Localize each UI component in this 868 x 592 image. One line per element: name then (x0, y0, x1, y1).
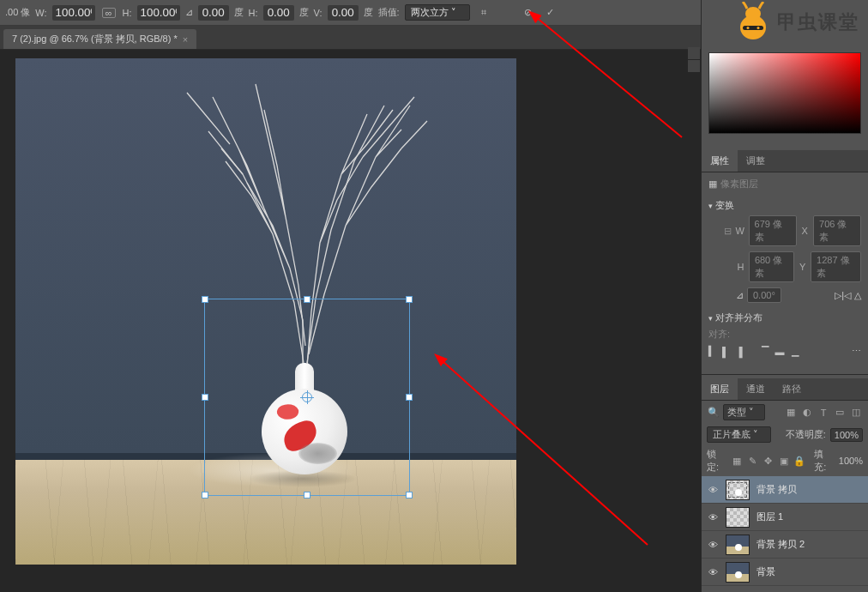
align-top-icon[interactable]: ▔ (762, 346, 769, 357)
transform-section-header[interactable]: 变换 (708, 196, 861, 215)
lock-all-icon[interactable]: 🔒 (793, 456, 805, 467)
align-vcenter-icon[interactable]: ▬ (775, 347, 785, 357)
interp-label: 插值: (378, 6, 400, 19)
dry-branches (144, 63, 453, 372)
align-section-header[interactable]: 对齐并分布 (708, 308, 861, 328)
width-input[interactable] (52, 5, 95, 21)
lock-position-icon[interactable]: ✥ (763, 456, 774, 467)
angle-input[interactable] (198, 5, 229, 21)
align-right-icon[interactable]: ▐ (736, 347, 743, 357)
lock-pixels-icon[interactable]: ✎ (747, 456, 758, 467)
right-panel-column: 属性 调整 ▦ 像素图层 变换 ⊟ W 679 像素 X 706 像素 H 68… (701, 0, 868, 592)
layer-item[interactable]: 👁图层 1 (702, 504, 868, 531)
cancel-transform-button[interactable]: ⊘ (520, 4, 537, 21)
fill-label: 填充: (814, 448, 835, 474)
layer-thumbnail (726, 562, 750, 583)
pixel-layer-label: 像素图层 (720, 178, 758, 190)
warp-mode-icon[interactable]: ⌗ (475, 4, 492, 21)
document-title: 7 (2).jpg @ 66.7% (背景 拷贝, RGB/8) * (12, 33, 178, 45)
vskew-input[interactable] (328, 5, 359, 21)
layer-filter-dropdown[interactable]: 类型 ˅ (723, 404, 765, 420)
prop-x-value[interactable]: 706 像素 (813, 215, 861, 246)
channels-tab[interactable]: 通道 (738, 378, 774, 400)
layer-name-label: 图层 1 (756, 510, 783, 523)
flip-vertical-icon[interactable]: △ (854, 290, 861, 301)
blend-mode-dropdown[interactable]: 正片叠底 ˅ (707, 426, 771, 443)
flip-horizontal-icon[interactable]: ▷|◁ (835, 290, 851, 301)
commit-transform-button[interactable]: ✓ (542, 4, 559, 21)
document-tab[interactable]: 7 (2).jpg @ 66.7% (背景 拷贝, RGB/8) * × (3, 29, 196, 49)
layers-panel: 图层 通道 路径 🔍 类型 ˅ ▦ ◐ T ▭ ◫ 正片叠底 ˅ 不透明度: 1… (702, 378, 868, 592)
lock-artboard-icon[interactable]: ▣ (778, 456, 789, 467)
filter-adjust-icon[interactable]: ◐ (800, 406, 814, 420)
align-label: 对齐: (708, 328, 730, 341)
paths-tab[interactable]: 路径 (774, 378, 810, 400)
layer-item[interactable]: 👁背景 (702, 559, 868, 586)
layer-item[interactable]: 👁背景 拷贝 2 (702, 531, 868, 559)
collapsed-panel-strip[interactable] (688, 47, 700, 72)
prop-h-label: H (736, 262, 745, 272)
prop-x-label: X (800, 226, 811, 236)
prop-w-value[interactable]: 679 像素 (749, 215, 797, 246)
layer-visibility-icon[interactable]: 👁 (707, 512, 719, 523)
layer-item[interactable]: 👁背景 拷贝 (702, 476, 868, 504)
properties-panel-tabs: 属性 调整 (702, 150, 868, 172)
properties-panel: ▦ 像素图层 变换 ⊟ W 679 像素 X 706 像素 H 680 像素 Y… (702, 172, 868, 371)
color-picker-panel[interactable] (702, 47, 868, 150)
width-label: W: (35, 8, 46, 18)
canvas-workspace (0, 50, 701, 592)
filter-type-icon[interactable]: T (817, 406, 830, 420)
layer-thumbnail (726, 507, 750, 528)
layer-thumbnail (726, 535, 750, 555)
hskew-input[interactable] (263, 5, 294, 21)
layer-visibility-icon[interactable]: 👁 (707, 567, 719, 577)
filter-shape-icon[interactable]: ▭ (833, 406, 847, 420)
opacity-value[interactable]: 100% (830, 428, 863, 442)
height-input[interactable] (137, 5, 180, 21)
align-left-icon[interactable]: ▍ (708, 346, 715, 357)
align-hcenter-icon[interactable]: ▌ (722, 347, 729, 357)
opacity-label: 不透明度: (786, 428, 826, 441)
prop-w-label: W (735, 226, 745, 236)
close-tab-icon[interactable]: × (183, 34, 188, 45)
prop-y-value[interactable]: 1287 像素 (811, 251, 861, 282)
align-bottom-icon[interactable]: ▁ (792, 346, 799, 357)
fill-value[interactable]: 100% (839, 456, 863, 466)
more-align-icon[interactable]: ⋯ (852, 346, 861, 357)
layer-name-label: 背景 (756, 565, 775, 578)
properties-tab[interactable]: 属性 (702, 150, 738, 172)
vase (259, 363, 349, 474)
filter-smart-icon[interactable]: ◫ (849, 406, 863, 420)
adjustments-tab[interactable]: 调整 (738, 150, 774, 172)
height-label: H: (123, 8, 132, 18)
prop-y-label: Y (798, 262, 807, 272)
layer-visibility-icon[interactable]: 👁 (707, 540, 719, 550)
angle-unit: 度 (234, 6, 244, 19)
vskew-unit: 度 (364, 6, 373, 19)
layer-visibility-icon[interactable]: 👁 (707, 485, 719, 495)
interpolation-dropdown[interactable]: 两次立方 ˅ (405, 4, 470, 21)
hskew-label: H: (249, 8, 258, 18)
link-wh-icon[interactable]: ∞ (100, 4, 118, 21)
link-dimensions-icon[interactable]: ⊟ (724, 226, 732, 237)
color-field[interactable] (708, 52, 861, 134)
prop-angle-value[interactable]: 0.00° (747, 287, 781, 303)
layer-thumbnail (726, 480, 750, 500)
hskew-unit: 度 (299, 6, 309, 19)
pixel-label: .00 像 (5, 6, 30, 19)
canvas[interactable] (15, 58, 516, 565)
lock-label: 锁定: (707, 448, 727, 474)
layer-filter-bar: 🔍 类型 ˅ ▦ ◐ T ▭ ◫ (702, 401, 868, 424)
lock-transparency-icon[interactable]: ▦ (732, 456, 743, 467)
prop-h-value[interactable]: 680 像素 (749, 251, 794, 282)
layer-list: 👁背景 拷贝👁图层 1👁背景 拷贝 2👁背景 (702, 476, 868, 592)
angle-icon: ⊿ (185, 7, 193, 18)
filter-pixel-icon[interactable]: ▦ (784, 406, 798, 420)
layers-tab[interactable]: 图层 (702, 378, 738, 400)
vskew-label: V: (314, 8, 322, 18)
rotation-angle-icon: ⊿ (736, 290, 744, 301)
pixel-layer-icon: ▦ (708, 178, 717, 190)
layer-name-label: 背景 拷贝 (756, 483, 797, 496)
layer-name-label: 背景 拷贝 2 (756, 538, 805, 551)
search-icon[interactable]: 🔍 (707, 406, 720, 420)
